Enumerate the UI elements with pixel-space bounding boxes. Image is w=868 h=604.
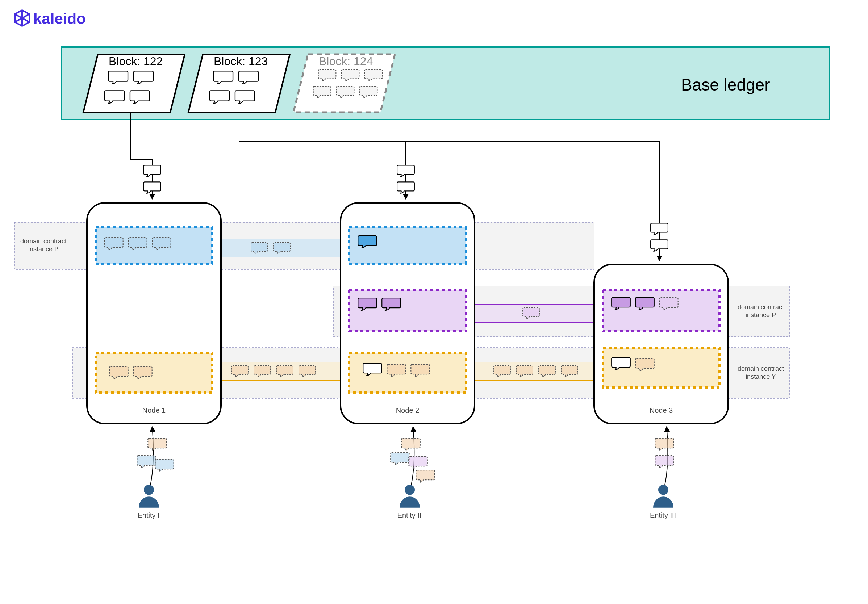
intent-icon (409, 456, 427, 469)
entity-2-label: Entity II (397, 511, 422, 519)
entities: Entity I Entity II Entity III (137, 427, 676, 519)
node-1-label: Node 1 (143, 406, 166, 414)
dc-b-label-1: domain contract (20, 237, 67, 245)
intent-icon (416, 470, 434, 482)
block-124-label: Block: 124 (319, 55, 373, 68)
node-3-label: Node 3 (649, 406, 673, 414)
brand-mark (15, 10, 29, 26)
person-icon (400, 485, 420, 508)
dc-y-label-1: domain contract (738, 365, 784, 372)
dc-p-label-2: instance P (746, 311, 776, 319)
block-122-label: Block: 122 (108, 55, 163, 68)
svg-rect-14 (349, 290, 466, 331)
block-123-label: Block: 123 (214, 55, 268, 68)
svg-rect-17 (603, 290, 719, 331)
dc-p-label-1: domain contract (738, 304, 784, 311)
brand-logo: kaleido (15, 10, 86, 27)
node-1: Node 1 (87, 203, 221, 424)
person-icon (653, 485, 673, 508)
intent-icon (655, 455, 673, 468)
entity-1-label: Entity I (137, 511, 160, 519)
brand-text: kaleido (33, 10, 86, 27)
entity-3-label: Entity III (650, 511, 676, 519)
block-124: Block: 124 (293, 54, 395, 112)
node-2: Node 2 (341, 203, 474, 424)
diagram-canvas: kaleido Base ledger Block: 122 Block: 12… (0, 0, 868, 604)
base-ledger-title: Base ledger (681, 75, 770, 94)
intent-icon (155, 459, 174, 471)
node-2-label: Node 2 (396, 406, 420, 414)
intent-icon (391, 453, 409, 465)
base-ledger: Base ledger Block: 122 Block: 123 Block:… (62, 47, 829, 119)
intent-icon (401, 438, 420, 451)
svg-rect-16 (594, 264, 728, 424)
person-icon (139, 485, 159, 508)
intent-icon (655, 438, 673, 451)
dc-b-label-2: instance B (28, 246, 59, 253)
block-123: Block: 123 (188, 54, 290, 112)
block-122: Block: 122 (83, 54, 185, 112)
dc-y-label-2: instance Y (746, 373, 776, 380)
node-3: Node 3 (594, 264, 728, 424)
intent-icon (148, 438, 166, 451)
